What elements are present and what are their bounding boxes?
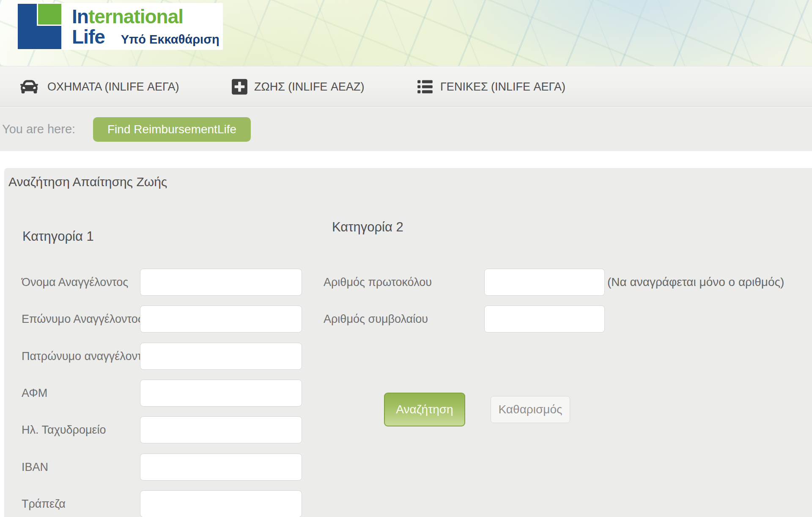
category-1-heading: Κατηγορία 1 — [22, 229, 94, 244]
breadcrumb-prefix: You are here: — [2, 107, 75, 151]
logo-word-part-blue: In — [72, 6, 88, 28]
input-afm[interactable] — [140, 380, 302, 407]
search-claims-panel: Αναζήτηση Απαίτησης Ζωής Κατηγορία 1 Κατ… — [4, 168, 812, 517]
breadcrumb: You are here: Find ReimbursementLife — [0, 107, 812, 151]
label-bank: Τράπεζα — [22, 490, 66, 517]
logo-word-life-text: Life — [72, 26, 105, 48]
input-reporter-father-name[interactable] — [140, 343, 302, 370]
input-email[interactable] — [140, 416, 302, 443]
logo-text: International LifeΥπό Εκκαθάριση — [72, 6, 219, 47]
input-protocol-number[interactable] — [484, 269, 605, 296]
input-bank[interactable] — [140, 490, 302, 517]
car-icon — [18, 78, 41, 96]
header-banner: International LifeΥπό Εκκαθάριση — [0, 0, 812, 66]
nav-label-life: ΖΩΗΣ (INLIFE ΑΕΑΖ) — [254, 80, 364, 94]
search-button[interactable]: Αναζήτηση — [384, 393, 465, 426]
nav-item-vehicles[interactable]: ΟΧΗΜΑΤΑ (INLIFE ΑΕΓΑ) — [18, 66, 179, 107]
logo-word-international: International — [72, 6, 219, 27]
nav-item-general[interactable]: ΓΕΝΙΚΕΣ (INLIFE ΑΕΓΑ) — [417, 66, 565, 107]
nav-label-vehicles: ΟΧΗΜΑΤΑ (INLIFE ΑΕΓΑ) — [47, 80, 179, 94]
input-reporter-last-name[interactable] — [140, 305, 302, 333]
nav-label-general: ΓΕΝΙΚΕΣ (INLIFE ΑΕΓΑ) — [440, 80, 565, 94]
clear-button[interactable]: Καθαρισμός — [491, 396, 570, 423]
logo-mark-icon — [18, 4, 61, 49]
breadcrumb-current-badge[interactable]: Find ReimbursementLife — [93, 117, 251, 142]
label-afm: ΑΦΜ — [22, 380, 47, 407]
input-reporter-first-name[interactable] — [140, 269, 302, 296]
label-email: Ηλ. Ταχυδρομείο — [22, 416, 106, 443]
page-title: Αναζήτηση Απαίτησης Ζωής — [8, 175, 167, 189]
label-reporter-father-name: Πατρώνυμο αναγγέλοντος — [22, 343, 154, 370]
label-policy-number: Αριθμός συμβολαίου — [324, 305, 428, 333]
input-policy-number[interactable] — [484, 305, 605, 333]
label-reporter-last-name: Επώνυμο Αναγγέλοντος — [22, 305, 143, 333]
input-iban[interactable] — [140, 454, 302, 481]
list-icon — [417, 79, 433, 95]
logo-status-text: Υπό Εκκαθάριση — [121, 33, 219, 46]
logo-word-part-green: ternational — [88, 6, 183, 28]
company-logo[interactable]: International LifeΥπό Εκκαθάριση — [17, 3, 223, 50]
logo-green-square — [37, 4, 61, 26]
logo-word-life: LifeΥπό Εκκαθάριση — [72, 27, 219, 47]
protocol-number-note: (Να αναγράφεται μόνο ο αριθμός) — [607, 269, 784, 296]
label-protocol-number: Αριθμός πρωτοκόλου — [324, 269, 432, 296]
nav-item-life[interactable]: ΖΩΗΣ (INLIFE ΑΕΑΖ) — [232, 66, 364, 107]
label-iban: IBAN — [22, 454, 48, 481]
label-reporter-first-name: Όνομα Αναγγέλοντος — [22, 269, 128, 296]
category-2-heading: Κατηγορία 2 — [332, 220, 403, 235]
plus-square-icon — [232, 78, 247, 96]
main-navigation: ΟΧΗΜΑΤΑ (INLIFE ΑΕΓΑ) ΖΩΗΣ (INLIFE ΑΕΑΖ)… — [0, 66, 812, 107]
